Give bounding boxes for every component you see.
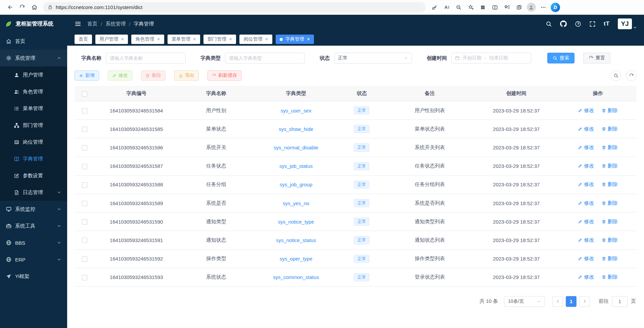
edit-button[interactable]: 修改 (108, 71, 132, 81)
export-button[interactable]: 导出 (174, 71, 199, 81)
row-edit-link[interactable]: 修改 (578, 274, 594, 280)
browser-refresh-button[interactable] (16, 2, 28, 13)
sidebar-item-dict-mgmt[interactable]: 字典管理 (0, 150, 67, 167)
row-checkbox[interactable] (82, 238, 87, 243)
favorites-button[interactable] (501, 2, 513, 13)
tab-user-mgmt[interactable]: 用户管理× (95, 35, 128, 44)
select-all-checkbox[interactable] (82, 91, 87, 97)
sidebar-item-home[interactable]: 首页 (0, 33, 67, 50)
row-edit-link[interactable]: 修改 (578, 200, 594, 206)
delete-button[interactable]: 删除 (141, 71, 166, 81)
browser-home-button[interactable] (28, 2, 40, 13)
row-delete-link[interactable]: 删除 (602, 274, 618, 280)
date-range-picker[interactable]: 开始日期 - 结束日期 (451, 53, 531, 63)
status-select[interactable]: 正常 (334, 53, 412, 63)
sidebar-item-system-tools[interactable]: 系统工具 (0, 218, 67, 234)
tab-close-icon[interactable]: × (229, 37, 232, 42)
sidebar-item-param-settings[interactable]: 参数设置 (0, 167, 67, 184)
tab-close-icon[interactable]: × (307, 37, 310, 42)
row-edit-link[interactable]: 修改 (578, 144, 594, 151)
sidebar-item-log-mgmt[interactable]: 日志管理 (0, 184, 67, 201)
zoom-out-button[interactable] (453, 2, 465, 13)
row-checkbox[interactable] (82, 145, 87, 150)
tab-close-icon[interactable]: × (193, 37, 196, 42)
dict-type-link[interactable]: sys_job_status (279, 163, 313, 169)
app-logo[interactable]: 意框架管理系统 (0, 15, 67, 33)
dict-type-link[interactable]: sys_notice_status (276, 237, 316, 243)
sidebar-item-system-mgmt[interactable]: 系统管理 (0, 50, 67, 66)
row-checkbox[interactable] (82, 108, 87, 113)
sidebar-item-role-mgmt[interactable]: 角色管理 (0, 83, 67, 100)
row-edit-link[interactable]: 修改 (578, 237, 594, 243)
breadcrumb-home[interactable]: 首页 (87, 21, 97, 27)
sidebar-item-bbs[interactable]: BBS (0, 234, 67, 251)
prev-page-button[interactable] (552, 296, 563, 307)
dict-name-input[interactable] (106, 53, 186, 63)
refresh-cache-button[interactable]: 刷新缓存 (208, 71, 241, 81)
dict-type-link[interactable]: sys_yes_no (283, 200, 309, 206)
toggle-search-button[interactable] (610, 70, 621, 81)
reset-button[interactable]: 重置 (583, 53, 610, 63)
row-delete-link[interactable]: 删除 (602, 126, 618, 132)
font-size-button[interactable]: tT (604, 20, 610, 27)
add-button[interactable]: 新增 (75, 71, 99, 81)
row-delete-link[interactable]: 删除 (602, 144, 618, 151)
sidebar-item-erp[interactable]: ERP (0, 251, 67, 268)
sidebar-item-post-mgmt[interactable]: 岗位管理 (0, 134, 67, 150)
row-delete-link[interactable]: 删除 (602, 200, 618, 206)
github-link[interactable] (560, 20, 567, 27)
tab-dept-mgmt[interactable]: 部门管理× (203, 35, 236, 44)
refresh-table-button[interactable] (626, 70, 637, 81)
header-search-button[interactable] (546, 21, 552, 27)
row-edit-link[interactable]: 修改 (578, 163, 594, 169)
row-edit-link[interactable]: 修改 (578, 255, 594, 262)
row-checkbox[interactable] (82, 127, 87, 132)
sidebar-item-user-mgmt[interactable]: 用户管理 (0, 66, 67, 83)
tab-menu-mgmt[interactable]: 菜单管理× (168, 35, 200, 44)
next-page-button[interactable] (579, 296, 590, 307)
dict-type-input[interactable] (225, 53, 305, 63)
row-checkbox[interactable] (82, 201, 87, 206)
row-delete-link[interactable]: 删除 (602, 181, 618, 188)
profile-button[interactable] (525, 2, 537, 13)
row-delete-link[interactable]: 删除 (602, 237, 618, 243)
split-screen-button[interactable] (489, 2, 501, 13)
sidebar-item-menu-mgmt[interactable]: 菜单管理 (0, 100, 67, 117)
dict-type-link[interactable]: sys_job_group (280, 182, 313, 187)
search-button[interactable]: 搜索 (547, 53, 574, 63)
row-checkbox[interactable] (82, 256, 87, 262)
dict-type-link[interactable]: sys_common_status (273, 274, 319, 280)
address-bar[interactable]: https://ccnetcore.com:1101/system/dict (43, 2, 426, 12)
bing-button[interactable]: b (549, 2, 561, 13)
fullscreen-button[interactable] (589, 21, 596, 27)
breadcrumb-system-mgmt[interactable]: 系统管理 (105, 21, 126, 27)
page-1-button[interactable]: 1 (566, 296, 577, 307)
dict-type-link[interactable]: sys_normal_disable (274, 145, 318, 150)
help-button[interactable]: ? (575, 21, 581, 27)
sidebar-item-system-monitor[interactable]: 系统监控 (0, 201, 67, 218)
tab-close-icon[interactable]: × (121, 37, 124, 42)
row-delete-link[interactable]: 删除 (602, 219, 618, 225)
row-edit-link[interactable]: 修改 (578, 107, 594, 114)
extensions-button[interactable] (477, 2, 489, 13)
dict-type-link[interactable]: sys_show_hide (279, 126, 313, 132)
browser-back-button[interactable] (4, 2, 16, 13)
user-menu[interactable]: YJ (618, 18, 637, 29)
row-delete-link[interactable]: 删除 (602, 255, 618, 262)
dict-type-link[interactable]: sys_user_sex (281, 108, 312, 113)
row-delete-link[interactable]: 删除 (602, 107, 618, 114)
row-edit-link[interactable]: 修改 (578, 219, 594, 225)
row-edit-link[interactable]: 修改 (578, 126, 594, 132)
password-key-button[interactable] (428, 2, 441, 13)
tab-post-mgmt[interactable]: 岗位管理× (239, 35, 272, 44)
goto-page-input[interactable] (612, 296, 628, 307)
collections-button[interactable] (513, 2, 525, 13)
dict-type-link[interactable]: sys_notice_type (278, 219, 314, 225)
row-delete-link[interactable]: 删除 (602, 163, 618, 169)
dict-type-link[interactable]: sys_oper_type (280, 256, 313, 262)
page-size-select[interactable]: 10条/页 (504, 296, 545, 307)
row-checkbox[interactable] (82, 219, 87, 225)
tab-close-icon[interactable]: × (265, 37, 268, 42)
row-edit-link[interactable]: 修改 (578, 181, 594, 188)
sidebar-item-dept-mgmt[interactable]: 部门管理 (0, 117, 67, 134)
